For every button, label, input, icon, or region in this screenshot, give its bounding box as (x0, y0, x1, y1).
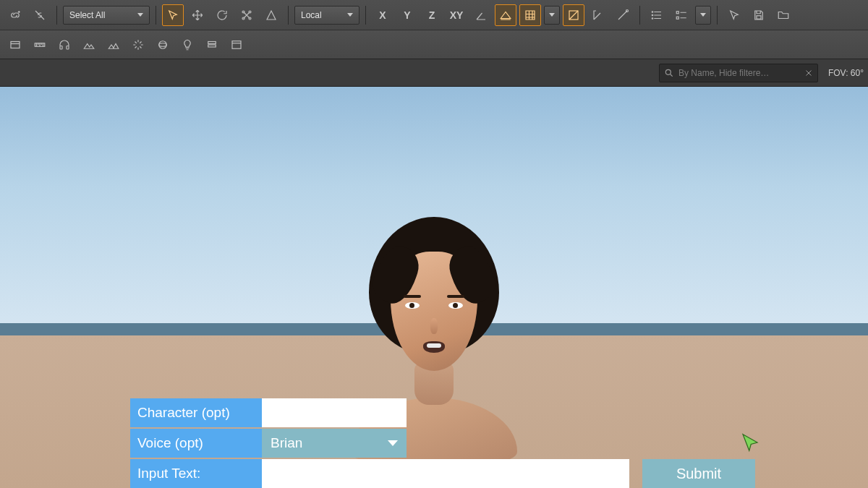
coordinate-space-dropdown[interactable]: Local (294, 6, 359, 25)
chevron-down-icon (137, 13, 143, 17)
sphere-icon[interactable] (152, 34, 174, 56)
svg-point-21 (665, 69, 671, 74)
unlink-icon[interactable] (29, 4, 51, 26)
separator (156, 6, 156, 25)
svg-point-6 (652, 11, 653, 12)
rotate-tool-icon[interactable] (211, 4, 233, 26)
snap-grid-icon[interactable] (519, 4, 541, 26)
link-add-icon[interactable] (4, 4, 26, 26)
axis-y-button[interactable]: Y (396, 4, 418, 26)
character-label: Character (opt) (130, 398, 262, 427)
snap-vertex-icon[interactable] (612, 4, 634, 26)
voice-value: Brian (271, 435, 302, 451)
svg-point-7 (652, 14, 653, 16)
search-input[interactable] (678, 68, 800, 78)
separator (56, 6, 57, 25)
terrain-icon[interactable] (78, 34, 100, 56)
svg-rect-9 (676, 11, 678, 13)
layers-icon[interactable] (201, 34, 223, 56)
character-mouth (423, 341, 445, 353)
select-all-dropdown[interactable]: Select All (63, 6, 150, 25)
clear-search-icon[interactable] (804, 69, 813, 77)
separator (717, 6, 718, 25)
ruler-icon[interactable] (29, 34, 51, 56)
particles-icon[interactable] (127, 34, 149, 56)
axis-x-button[interactable]: X (372, 4, 393, 26)
search-box[interactable] (659, 64, 818, 82)
svg-rect-14 (60, 46, 62, 49)
character-brow-left (404, 295, 421, 298)
category-icon[interactable] (4, 34, 26, 56)
svg-rect-11 (757, 15, 761, 19)
folder-icon[interactable] (773, 4, 794, 26)
svg-rect-19 (208, 45, 216, 47)
input-text-label: Input Text: (130, 459, 262, 488)
save-icon[interactable] (748, 4, 770, 26)
snap-angle-icon[interactable] (470, 4, 492, 26)
svg-point-17 (159, 43, 167, 46)
separator (288, 6, 289, 25)
input-text-row: Input Text: Submit (130, 459, 755, 488)
toolbar-row-2 (0, 30, 868, 59)
svg-rect-10 (676, 17, 678, 19)
chevron-down-icon (388, 440, 398, 446)
list-icon[interactable] (646, 4, 668, 26)
viewport-3d[interactable]: Character (opt) Voice (opt) Brian Input … (0, 87, 868, 488)
toolbar-row-3: FOV: 60° (0, 59, 868, 87)
character-eye-right (448, 302, 463, 309)
svg-rect-15 (67, 46, 69, 49)
svg-rect-18 (208, 41, 216, 43)
character-input[interactable] (262, 398, 407, 427)
headphones-icon[interactable] (54, 34, 75, 56)
character-eye-left (405, 302, 420, 309)
list-detail-icon[interactable] (671, 4, 692, 26)
search-icon (664, 68, 674, 78)
character-row: Character (opt) (130, 398, 755, 427)
axis-z-button[interactable]: Z (421, 4, 443, 26)
chevron-down-icon (549, 13, 555, 17)
move-tool-icon[interactable] (187, 4, 208, 26)
pointer-tool-icon[interactable] (162, 4, 184, 26)
character-brow-right (447, 295, 464, 298)
svg-point-16 (159, 40, 167, 48)
cursor-icon[interactable] (723, 4, 745, 26)
scale-tool-icon[interactable] (236, 4, 258, 26)
tts-panel: Character (opt) Voice (opt) Brian Input … (130, 398, 755, 488)
list-options[interactable] (695, 6, 711, 25)
coordinate-space-label: Local (301, 10, 322, 20)
snap-edge-icon[interactable] (587, 4, 609, 26)
landscape-icon[interactable] (103, 34, 124, 56)
axis-xy-button[interactable]: XY (446, 4, 467, 26)
lightbulb-icon[interactable] (176, 34, 198, 56)
separator (365, 6, 366, 25)
window-icon[interactable] (226, 34, 247, 56)
voice-row: Voice (opt) Brian (130, 429, 755, 458)
snap-bounds-icon[interactable] (563, 4, 584, 26)
transform-tool-icon[interactable] (260, 4, 282, 26)
toolbar-row-1: Select All Local X Y Z XY (0, 0, 868, 30)
snap-surface-icon[interactable] (495, 4, 516, 26)
input-text-field[interactable] (262, 459, 629, 488)
snap-grid-options[interactable] (544, 6, 560, 25)
viewport-cursor-icon (739, 432, 761, 453)
chevron-down-icon (347, 13, 353, 17)
svg-rect-20 (232, 40, 241, 48)
character-nose (430, 318, 438, 334)
svg-point-8 (652, 17, 653, 19)
submit-label: Submit (676, 466, 721, 482)
svg-rect-12 (11, 41, 20, 48)
select-all-label: Select All (69, 10, 105, 20)
chevron-down-icon (700, 13, 706, 17)
separator (639, 6, 640, 25)
submit-button[interactable]: Submit (642, 459, 755, 488)
voice-label: Voice (opt) (130, 429, 262, 458)
voice-dropdown[interactable]: Brian (262, 429, 407, 458)
fov-label: FOV: 60° (828, 68, 864, 78)
